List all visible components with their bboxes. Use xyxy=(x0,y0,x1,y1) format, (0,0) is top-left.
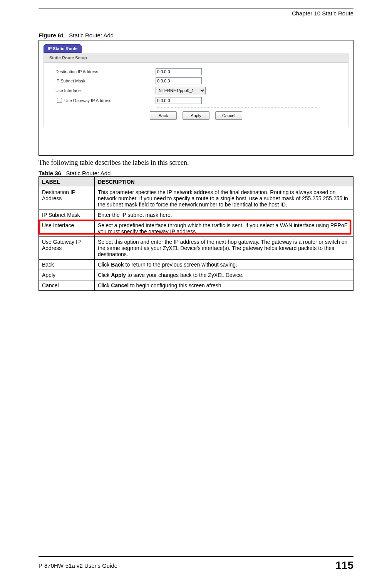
destination-ip-input[interactable] xyxy=(156,68,202,75)
table-number: Table 36 xyxy=(39,170,61,176)
table-row-highlighted: Use Interface Select a predefined interf… xyxy=(39,220,353,237)
table-title: Static Route: Add xyxy=(66,170,111,176)
cell-desc: Select this option and enter the IP addr… xyxy=(95,237,353,260)
page-number: 115 xyxy=(335,559,353,572)
cell-label: Use Gateway IP Address xyxy=(39,237,95,260)
divider xyxy=(156,107,317,107)
label-use-gateway: Use Gateway IP Address xyxy=(55,97,156,104)
cell-label: Apply xyxy=(39,270,95,280)
footer-guide-name: P-870HW-51a v2 User's Guide xyxy=(39,562,117,569)
cell-label: Destination IP Address xyxy=(39,187,95,210)
table-row: Use Gateway IP Address Select this optio… xyxy=(39,237,353,260)
screenshot-static-route-add: IP Static Route Static Route Setup Desti… xyxy=(39,40,353,156)
use-interface-select[interactable]: INTERNET/ppp0_1 xyxy=(156,87,206,94)
description-table: LABEL DESCRIPTION Destination IP Address… xyxy=(39,176,353,291)
tab-ip-static-route[interactable]: IP Static Route xyxy=(44,44,82,53)
label-use-interface: Use Interface xyxy=(55,88,156,93)
th-label: LABEL xyxy=(39,177,95,187)
cell-desc: Click Apply to save your changes back to… xyxy=(95,270,353,280)
back-button[interactable]: Back xyxy=(150,111,177,120)
gateway-ip-input[interactable] xyxy=(156,97,202,104)
cell-label: Use Interface xyxy=(39,220,95,237)
table-row: Cancel Click Cancel to begin configuring… xyxy=(39,280,353,291)
subnet-mask-input[interactable] xyxy=(156,77,202,84)
cell-desc: This parameter specifies the IP network … xyxy=(95,187,353,210)
table-row: Back Click Back to return to the previou… xyxy=(39,260,353,270)
th-description: DESCRIPTION xyxy=(95,177,353,187)
figure-number: Figure 61 xyxy=(39,32,64,39)
use-gateway-checkbox[interactable] xyxy=(57,98,62,103)
cell-label: IP Subnet Mask xyxy=(39,210,95,220)
label-destination-ip: Destination IP Address xyxy=(55,69,156,74)
apply-button[interactable]: Apply xyxy=(183,111,209,120)
table-row: Apply Click Apply to save your changes b… xyxy=(39,270,353,280)
cell-label: Cancel xyxy=(39,280,95,291)
cell-desc: Click Cancel to begin configuring this s… xyxy=(95,280,353,291)
table-caption: Table 36 Static Route: Add xyxy=(39,170,353,176)
cell-desc: Click Back to return to the previous scr… xyxy=(95,260,353,270)
label-subnet-mask: IP Subnet Mask xyxy=(55,79,156,83)
use-gateway-text: Use Gateway IP Address xyxy=(64,98,111,103)
figure-caption: Figure 61 Static Route: Add xyxy=(39,32,353,39)
table-row: IP Subnet Mask Enter the IP subnet mask … xyxy=(39,210,353,220)
cell-desc: Enter the IP subnet mask here. xyxy=(95,210,353,220)
chapter-header: Chapter 10 Static Route xyxy=(39,10,353,17)
cell-label: Back xyxy=(39,260,95,270)
cell-desc: Select a predefined interface through wh… xyxy=(95,220,353,237)
panel-header: Static Route Setup xyxy=(44,53,348,63)
table-row: Destination IP Address This parameter sp… xyxy=(39,187,353,210)
figure-title: Static Route: Add xyxy=(69,32,114,39)
intro-text: The following table describes the labels… xyxy=(39,159,353,167)
cancel-button[interactable]: Cancel xyxy=(215,111,242,120)
